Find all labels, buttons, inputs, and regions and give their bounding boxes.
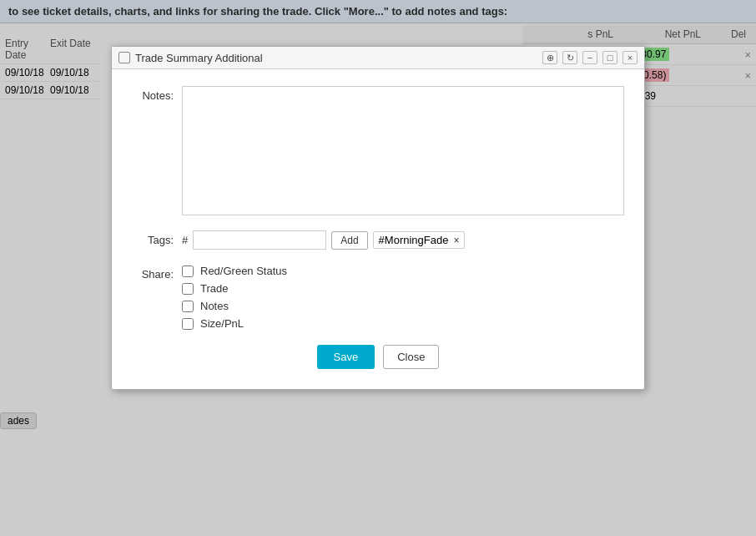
trade-summary-modal: Trade Summary Additional ⊕ ↻ − □ × Notes… [111, 46, 645, 390]
notes-label: Notes: [132, 86, 182, 102]
tags-row: Tags: # Add #MorningFade × [132, 230, 624, 250]
share-option-redgreen[interactable]: Red/Green Status [182, 265, 287, 277]
tags-text-input[interactable] [193, 230, 326, 250]
maximize-button[interactable]: □ [602, 51, 617, 64]
share-option-label-sizepnl: Size/PnL [200, 317, 244, 330]
action-buttons: Save Close [132, 345, 624, 369]
notes-textarea[interactable] [182, 86, 624, 215]
share-checkbox-notes[interactable] [182, 301, 194, 312]
modal-overlay: Trade Summary Additional ⊕ ↻ − □ × Notes… [0, 0, 756, 536]
tags-input-area: # Add #MorningFade × [182, 230, 624, 250]
share-option-label-trade: Trade [200, 282, 228, 295]
modal-title: Trade Summary Additional [135, 52, 537, 64]
tag-remove-morningfade[interactable]: × [453, 235, 459, 245]
minimize-button[interactable]: − [582, 51, 597, 64]
share-option-trade[interactable]: Trade [182, 282, 287, 295]
tags-label: Tags: [132, 230, 182, 246]
hash-symbol: # [182, 234, 188, 246]
refresh-button[interactable]: ↻ [562, 51, 577, 64]
share-checkbox-sizepnl[interactable] [182, 318, 194, 330]
tag-chip-morningfade: #MorningFade × [373, 231, 466, 249]
share-checkbox-redgreen[interactable] [182, 265, 194, 277]
modal-titlebar: Trade Summary Additional ⊕ ↻ − □ × [112, 47, 644, 69]
add-tag-button[interactable]: Add [331, 231, 367, 250]
tag-label: #MorningFade [379, 234, 449, 246]
share-option-label-notes: Notes [200, 300, 229, 312]
save-button[interactable]: Save [317, 345, 375, 369]
modal-close-button[interactable]: × [622, 51, 638, 64]
pin-button[interactable]: ⊕ [542, 51, 557, 64]
notes-row: Notes: [132, 86, 624, 215]
share-row: Share: Red/Green Status Trade Notes [132, 265, 624, 330]
share-option-label-redgreen: Red/Green Status [200, 265, 287, 277]
window-icon [118, 52, 130, 63]
share-options: Red/Green Status Trade Notes Size/PnL [182, 265, 287, 330]
share-label: Share: [132, 265, 182, 281]
close-button[interactable]: Close [383, 345, 439, 369]
share-checkbox-trade[interactable] [182, 283, 194, 295]
modal-body: Notes: Tags: # Add #MorningFade × Sh [112, 69, 644, 389]
share-option-notes[interactable]: Notes [182, 300, 287, 312]
share-option-sizepnl[interactable]: Size/PnL [182, 317, 287, 330]
